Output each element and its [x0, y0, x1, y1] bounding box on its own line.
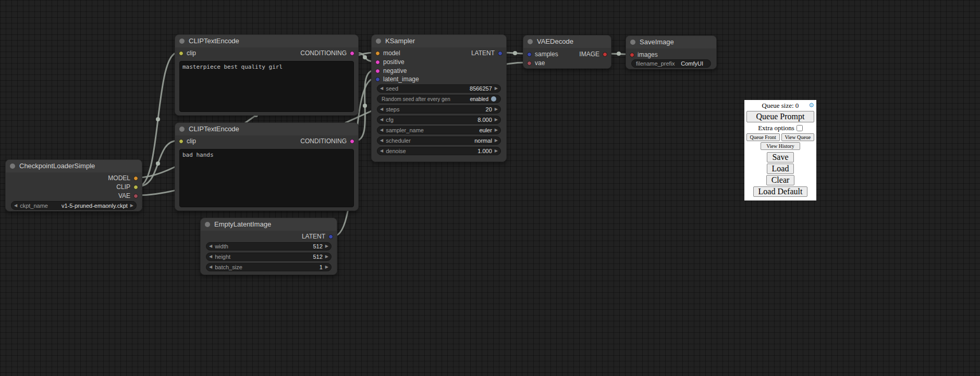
- clear-button[interactable]: Clear: [766, 175, 795, 185]
- queue-prompt-button[interactable]: Queue Prompt: [746, 111, 814, 122]
- right-arrow-icon[interactable]: ▶: [492, 84, 500, 93]
- node-clip-text-encode-negative[interactable]: CLIPTextEncode clip CONDITIONING bad han…: [175, 122, 359, 211]
- image-slot-dot-icon[interactable]: [630, 53, 634, 57]
- right-arrow-icon[interactable]: ▶: [128, 202, 136, 210]
- latent-slot-dot-icon[interactable]: [527, 52, 532, 57]
- input-slot-positive[interactable]: positive: [375, 58, 405, 66]
- left-arrow-icon[interactable]: ◀: [377, 105, 386, 114]
- queue-front-button[interactable]: Queue Front: [746, 133, 780, 141]
- ckpt-name-widget[interactable]: ◀ ckpt_name v1-5-pruned-emaonly.ckpt ▶: [11, 201, 137, 210]
- node-title-bar[interactable]: CLIPTextEncode: [175, 35, 358, 47]
- right-arrow-icon[interactable]: ▶: [492, 136, 500, 145]
- input-slot-images[interactable]: images: [630, 51, 658, 58]
- input-slot-latent-image[interactable]: latent_image: [375, 76, 419, 83]
- left-arrow-icon[interactable]: ◀: [377, 147, 386, 155]
- extra-options-checkbox[interactable]: [797, 125, 803, 131]
- conditioning-slot-dot-icon[interactable]: [375, 69, 380, 73]
- sampler-name-widget[interactable]: ◀ sampler_name euler ▶: [377, 126, 501, 134]
- output-slot-clip[interactable]: CLIP: [116, 183, 138, 191]
- left-arrow-icon[interactable]: ◀: [206, 253, 215, 261]
- negative-prompt-textarea[interactable]: bad hands: [179, 149, 354, 207]
- node-title-bar[interactable]: KSampler: [372, 35, 506, 47]
- node-empty-latent-image[interactable]: EmptyLatentImage LATENT ◀ width 512 ▶ ◀ …: [200, 218, 337, 275]
- output-slot-latent[interactable]: LATENT: [302, 233, 333, 240]
- left-arrow-icon[interactable]: ◀: [206, 242, 215, 250]
- node-title-bar[interactable]: SaveImage: [626, 36, 716, 48]
- input-slot-clip[interactable]: clip: [179, 49, 196, 57]
- output-slot-conditioning[interactable]: CONDITIONING: [300, 137, 354, 145]
- model-slot-dot-icon[interactable]: [133, 176, 138, 181]
- toggle-knob-icon[interactable]: [491, 96, 496, 102]
- clip-slot-dot-icon[interactable]: [133, 185, 138, 190]
- output-slot-latent[interactable]: LATENT: [471, 49, 503, 57]
- seed-widget[interactable]: ◀ seed 8566257 ▶: [377, 84, 501, 93]
- output-slot-model[interactable]: MODEL: [108, 174, 138, 182]
- output-slot-vae[interactable]: VAE: [118, 192, 138, 199]
- collapse-dot-icon[interactable]: [179, 39, 185, 44]
- node-checkpoint-loader[interactable]: CheckpointLoaderSimple MODEL CLIP VAE ◀ …: [5, 159, 142, 211]
- node-save-image[interactable]: SaveImage images filename_prefix ComfyUI: [626, 35, 717, 69]
- steps-widget[interactable]: ◀ steps 20 ▶: [377, 105, 501, 114]
- collapse-dot-icon[interactable]: [630, 40, 635, 45]
- collapse-dot-icon[interactable]: [376, 39, 381, 44]
- right-arrow-icon[interactable]: ▶: [323, 253, 331, 261]
- input-slot-samples[interactable]: samples: [527, 51, 558, 58]
- right-arrow-icon[interactable]: ▶: [492, 126, 500, 134]
- right-arrow-icon[interactable]: ▶: [492, 147, 500, 155]
- right-arrow-icon[interactable]: ▶: [492, 116, 500, 124]
- input-slot-clip[interactable]: clip: [179, 137, 196, 145]
- width-widget[interactable]: ◀ width 512 ▶: [206, 242, 332, 250]
- save-button[interactable]: Save: [767, 152, 793, 162]
- view-queue-button[interactable]: View Queue: [781, 133, 815, 141]
- output-slot-image[interactable]: IMAGE: [579, 51, 607, 58]
- cfg-widget[interactable]: ◀ cfg 8.000 ▶: [377, 116, 501, 124]
- positive-prompt-textarea[interactable]: masterpiece best quality girl: [179, 61, 354, 112]
- collapse-dot-icon[interactable]: [528, 39, 533, 44]
- load-default-button[interactable]: Load Default: [753, 186, 808, 197]
- input-slot-negative[interactable]: negative: [375, 67, 407, 74]
- vae-slot-dot-icon[interactable]: [133, 194, 138, 198]
- model-slot-dot-icon[interactable]: [375, 51, 380, 56]
- right-arrow-icon[interactable]: ▶: [323, 242, 331, 250]
- left-arrow-icon[interactable]: ◀: [377, 136, 386, 145]
- node-clip-text-encode-positive[interactable]: CLIPTextEncode clip CONDITIONING masterp…: [175, 34, 359, 116]
- denoise-widget[interactable]: ◀ denoise 1.000 ▶: [377, 147, 501, 155]
- input-slot-vae[interactable]: vae: [527, 59, 545, 67]
- latent-slot-dot-icon[interactable]: [498, 51, 503, 56]
- image-slot-dot-icon[interactable]: [603, 52, 607, 57]
- left-arrow-icon[interactable]: ◀: [206, 263, 215, 271]
- node-title-bar[interactable]: VAEDecode: [523, 35, 611, 48]
- node-title-bar[interactable]: EmptyLatentImage: [201, 218, 337, 231]
- right-arrow-icon[interactable]: ▶: [492, 105, 500, 114]
- node-ksampler[interactable]: KSampler model positive negative latent_…: [371, 34, 507, 162]
- conditioning-slot-dot-icon[interactable]: [375, 60, 380, 65]
- height-widget[interactable]: ◀ height 512 ▶: [206, 253, 332, 261]
- output-slot-conditioning[interactable]: CONDITIONING: [300, 49, 354, 57]
- load-button[interactable]: Load: [767, 164, 794, 174]
- node-title-bar[interactable]: CheckpointLoaderSimple: [6, 160, 142, 172]
- left-arrow-icon[interactable]: ◀: [377, 116, 386, 124]
- collapse-dot-icon[interactable]: [205, 222, 210, 227]
- clip-slot-dot-icon[interactable]: [179, 51, 183, 56]
- node-title-bar[interactable]: CLIPTextEncode: [175, 123, 358, 135]
- collapse-dot-icon[interactable]: [179, 127, 185, 132]
- input-slot-model[interactable]: model: [375, 49, 400, 57]
- collapse-dot-icon[interactable]: [10, 164, 15, 169]
- node-vae-decode[interactable]: VAEDecode samples vae IMAGE: [523, 35, 611, 69]
- scheduler-widget[interactable]: ◀ scheduler normal ▶: [377, 136, 501, 145]
- latent-slot-dot-icon[interactable]: [375, 77, 380, 82]
- view-history-button[interactable]: View History: [761, 142, 800, 150]
- vae-slot-dot-icon[interactable]: [527, 61, 532, 66]
- settings-gear-icon[interactable]: ⚙: [808, 102, 814, 109]
- latent-slot-dot-icon[interactable]: [328, 234, 333, 239]
- batch-size-widget[interactable]: ◀ batch_size 1 ▶: [206, 263, 332, 271]
- left-arrow-icon[interactable]: ◀: [377, 84, 386, 93]
- conditioning-slot-dot-icon[interactable]: [350, 139, 354, 144]
- left-arrow-icon[interactable]: ◀: [377, 126, 386, 134]
- right-arrow-icon[interactable]: ▶: [323, 263, 331, 271]
- clip-slot-dot-icon[interactable]: [179, 139, 183, 144]
- conditioning-slot-dot-icon[interactable]: [350, 51, 354, 56]
- node-graph-canvas[interactable]: CheckpointLoaderSimple MODEL CLIP VAE ◀ …: [0, 0, 980, 376]
- filename-prefix-widget[interactable]: filename_prefix ComfyUI: [631, 59, 711, 68]
- random-seed-toggle-widget[interactable]: Random seed after every gen enabled: [377, 95, 501, 103]
